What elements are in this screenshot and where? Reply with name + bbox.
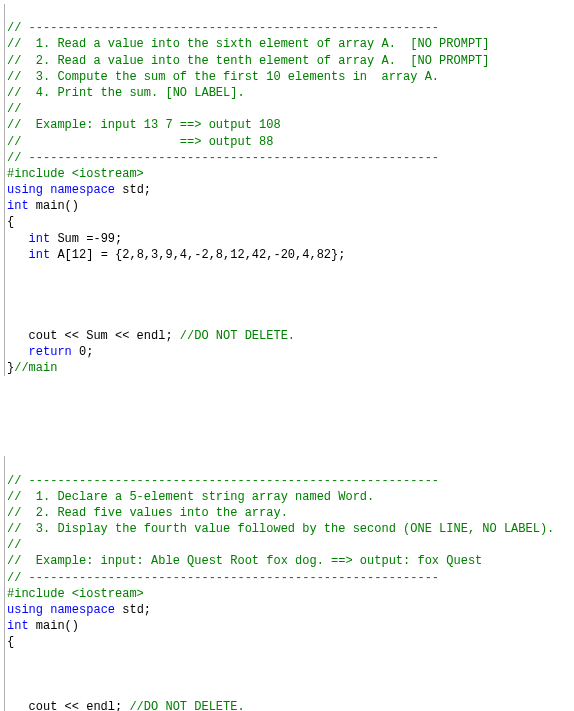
brace-close-line: }//main (7, 361, 57, 375)
text-std: std; (115, 183, 151, 197)
text-array: A[12] = {2,8,3,9,4,-2,8,12,42,-20,4,82}; (50, 248, 345, 262)
keyword-using: using (7, 603, 43, 617)
comment-line: // 2. Read five values into the array. (7, 506, 288, 520)
text-main: main() (29, 619, 79, 633)
return-line: return 0; (7, 345, 93, 359)
comment-line: // (7, 538, 21, 552)
comment-line: // 3. Compute the sum of the first 10 el… (7, 70, 439, 84)
keyword-namespace: namespace (43, 603, 115, 617)
comment-line: // 4. Print the sum. [NO LABEL]. (7, 86, 245, 100)
main-decl-line: int main() (7, 199, 79, 213)
keyword-int: int (7, 232, 50, 246)
text-std: std; (115, 603, 151, 617)
include-directive: #include <iostream> (7, 587, 144, 601)
array-decl-line: int A[12] = {2,8,3,9,4,-2,8,12,42,-20,4,… (7, 248, 345, 262)
comment-inline: //DO NOT DELETE. (180, 329, 295, 343)
comment-line: // Example: input 13 7 ==> output 108 (7, 118, 281, 132)
keyword-namespace: namespace (43, 183, 115, 197)
comment-line: // ==> output 88 (7, 135, 273, 149)
code-block-2: // -------------------------------------… (4, 456, 570, 711)
code-block-1: // -------------------------------------… (4, 4, 570, 376)
comment-line: // 1. Declare a 5-element string array n… (7, 490, 374, 504)
comment-inline: //DO NOT DELETE. (129, 700, 244, 711)
text-sum: Sum =-99; (50, 232, 122, 246)
keyword-int: int (7, 248, 50, 262)
text-main: main() (29, 199, 79, 213)
cout-line: cout << endl; //DO NOT DELETE. (7, 700, 245, 711)
cout-line: cout << Sum << endl; //DO NOT DELETE. (7, 329, 295, 343)
include-directive: #include <iostream> (7, 167, 144, 181)
block-gap (4, 376, 570, 456)
using-line: using namespace std; (7, 183, 151, 197)
comment-line: // -------------------------------------… (7, 21, 439, 35)
using-line: using namespace std; (7, 603, 151, 617)
comment-line: // -------------------------------------… (7, 474, 439, 488)
comment-line: // -------------------------------------… (7, 151, 439, 165)
main-decl-line: int main() (7, 619, 79, 633)
sum-decl-line: int Sum =-99; (7, 232, 122, 246)
comment-line: // 2. Read a value into the tenth elemen… (7, 54, 489, 68)
comment-line: // -------------------------------------… (7, 571, 439, 585)
keyword-int: int (7, 199, 29, 213)
keyword-using: using (7, 183, 43, 197)
comment-line: // 3. Display the fourth value followed … (7, 522, 554, 536)
text-cout: cout << Sum << endl; (7, 329, 180, 343)
comment-line: // 1. Read a value into the sixth elemen… (7, 37, 489, 51)
brace-open: { (7, 635, 14, 649)
brace-open: { (7, 215, 14, 229)
text-cout: cout << endl; (7, 700, 129, 711)
keyword-int: int (7, 619, 29, 633)
keyword-return: return (7, 345, 72, 359)
text-return-val: 0; (72, 345, 94, 359)
comment-line: // Example: input: Able Quest Root fox d… (7, 554, 482, 568)
comment-line: // (7, 102, 21, 116)
comment-main: //main (14, 361, 57, 375)
